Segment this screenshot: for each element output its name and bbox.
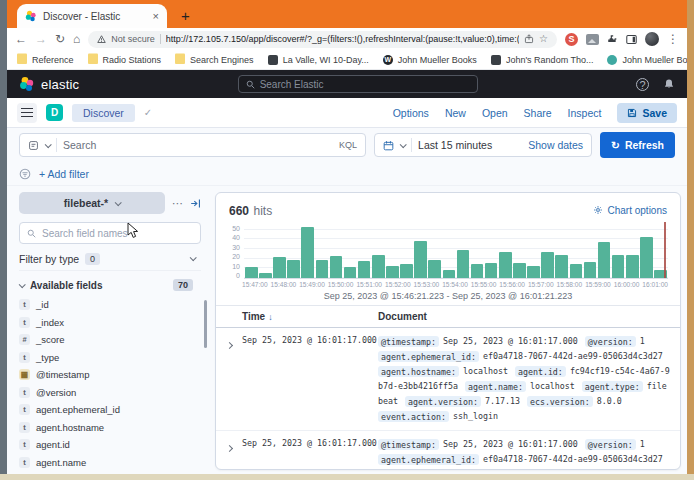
bookmark-item[interactable]: La Valle, WI 10-Day...	[268, 55, 369, 65]
field-item[interactable]: tagent.name	[19, 454, 201, 472]
toolbar-link-open[interactable]: Open	[482, 107, 508, 119]
reload-icon[interactable]: ↻	[55, 33, 65, 45]
field-item[interactable]: t_index	[19, 314, 201, 332]
doc-field-chip[interactable]: agent.name:	[465, 381, 526, 392]
doc-field-chip[interactable]: agent.id:	[515, 366, 566, 377]
field-item[interactable]: t_type	[19, 349, 201, 367]
add-filter-link[interactable]: + Add filter	[39, 168, 89, 180]
table-row[interactable]: Sep 25, 2023 @ 16:01:17.000@timestamp:Se…	[216, 431, 680, 470]
filter-icon[interactable]	[19, 168, 31, 180]
doc-field-chip[interactable]: @version:	[585, 336, 636, 347]
bookmark-star-icon[interactable]: ☆	[539, 34, 548, 44]
doc-field-chip[interactable]: agent.id:	[515, 469, 566, 471]
toolbar-link-share[interactable]: Share	[524, 107, 552, 119]
chart-options-button[interactable]: Chart options	[593, 205, 667, 216]
chevron-down-icon[interactable]	[45, 141, 52, 148]
histogram-bar[interactable]	[471, 264, 484, 278]
doc-field-chip[interactable]: agent.hostname:	[378, 469, 459, 471]
extension-red-icon[interactable]: S	[565, 33, 578, 46]
browser-tab[interactable]: Discover - Elastic ×	[17, 4, 167, 28]
available-fields-header[interactable]: Available fields 70	[19, 279, 201, 291]
global-search-input[interactable]: Search Elastic	[238, 75, 478, 93]
new-tab-button[interactable]: +	[181, 8, 190, 23]
histogram-bar[interactable]	[541, 252, 554, 278]
field-item[interactable]: #_score	[19, 331, 201, 349]
histogram-bar[interactable]	[301, 227, 314, 278]
histogram-bar[interactable]	[330, 256, 343, 278]
sort-descending-icon[interactable]: ↓	[268, 312, 273, 322]
index-options-icon[interactable]: ⋯	[172, 197, 183, 210]
histogram-bar[interactable]	[513, 263, 526, 278]
doc-field-chip[interactable]: event.action:	[378, 411, 449, 422]
histogram-bar[interactable]	[598, 242, 611, 278]
histogram-bar[interactable]	[570, 264, 583, 278]
histogram-bar[interactable]	[428, 260, 441, 278]
url-bar[interactable]: Not secure http://172.105.7.150/app/disc…	[88, 31, 557, 48]
toolbar-link-new[interactable]: New	[445, 107, 466, 119]
bookmark-item[interactable]: Radio Stations	[88, 55, 162, 65]
sidebar-scrollbar-thumb[interactable]	[204, 300, 207, 348]
histogram-bar[interactable]	[287, 260, 300, 278]
expand-row-icon[interactable]	[216, 437, 242, 470]
query-language-badge[interactable]: KQL	[339, 140, 357, 150]
chevron-down-icon[interactable]	[400, 141, 407, 148]
filter-by-type[interactable]: Filter by type 0	[19, 251, 201, 271]
doc-field-chip[interactable]: agent.hostname:	[378, 366, 459, 377]
histogram-bar[interactable]	[584, 262, 597, 278]
back-icon[interactable]: ←	[15, 33, 27, 45]
histogram-bar[interactable]	[499, 252, 512, 278]
histogram-bar[interactable]	[344, 267, 357, 278]
doc-field-chip[interactable]: @timestamp:	[378, 439, 439, 450]
toolbar-link-options[interactable]: Options	[393, 107, 429, 119]
histogram-bar[interactable]	[358, 261, 371, 278]
histogram-bar[interactable]	[527, 266, 540, 278]
toolbar-link-inspect[interactable]: Inspect	[568, 107, 602, 119]
extensions-puzzle-icon[interactable]	[607, 34, 618, 45]
show-dates-link[interactable]: Show dates	[528, 139, 583, 151]
doc-field-chip[interactable]: agent.type:	[582, 381, 643, 392]
histogram-bar[interactable]	[316, 260, 329, 278]
not-secure-label[interactable]: Not secure	[111, 34, 155, 44]
histogram-bar[interactable]	[414, 241, 427, 278]
doc-field-chip[interactable]: @version:	[585, 439, 636, 450]
time-column-header[interactable]: Time ↓	[242, 311, 378, 322]
field-item[interactable]: ▦@timestamp	[19, 366, 201, 384]
histogram-bar[interactable]	[386, 266, 399, 278]
doc-field-chip[interactable]: ecs.version:	[527, 396, 593, 407]
share-icon[interactable]	[524, 34, 534, 44]
field-search-input[interactable]: Search field names	[19, 222, 201, 244]
histogram-bar[interactable]	[273, 257, 286, 278]
doc-field-chip[interactable]: agent.ephemeral_id:	[378, 454, 479, 465]
doc-field-chip[interactable]: agent.ephemeral_id:	[378, 351, 479, 362]
main-menu-icon[interactable]	[17, 103, 37, 123]
save-button[interactable]: Save	[617, 103, 677, 123]
profile-avatar[interactable]	[645, 32, 659, 46]
forward-icon[interactable]: →	[35, 33, 47, 45]
table-row[interactable]: Sep 25, 2023 @ 16:01:17.000@timestamp:Se…	[216, 328, 680, 431]
breadcrumb[interactable]: Discover	[72, 104, 135, 122]
calendar-icon[interactable]	[383, 140, 394, 151]
histogram-bar[interactable]	[485, 263, 498, 278]
histogram-bar[interactable]	[555, 255, 568, 278]
bookmark-item[interactable]: John's Random Tho...	[491, 55, 594, 65]
field-item[interactable]: tagent.hostname	[19, 419, 201, 437]
doc-field-chip[interactable]: agent.version:	[405, 396, 481, 407]
histogram-bar[interactable]	[626, 255, 639, 278]
bookmark-item[interactable]: John Mueller Books...	[607, 55, 687, 65]
doc-field-chip[interactable]: @timestamp:	[378, 336, 439, 347]
close-tab-icon[interactable]: ×	[153, 11, 159, 22]
time-range-value[interactable]: Last 15 minutes	[418, 139, 522, 151]
bookmark-item[interactable]: Reference	[17, 55, 74, 65]
help-icon[interactable]: ?	[636, 78, 649, 91]
histogram-bar[interactable]	[372, 255, 385, 278]
time-range-picker[interactable]: Last 15 minutes Show dates	[374, 133, 592, 157]
histogram-bar[interactable]	[457, 250, 470, 278]
home-icon[interactable]: ⌂	[73, 33, 80, 45]
field-item[interactable]: t_id	[19, 296, 201, 314]
chrome-menu-icon[interactable]: ⋮	[667, 33, 679, 45]
field-item[interactable]: tagent.id	[19, 436, 201, 454]
field-item[interactable]: t@version	[19, 384, 201, 402]
screenshot-extension-icon[interactable]	[586, 34, 599, 45]
alerts-bell-icon[interactable]	[663, 78, 675, 90]
kql-search-input[interactable]: Search KQL	[19, 133, 366, 157]
